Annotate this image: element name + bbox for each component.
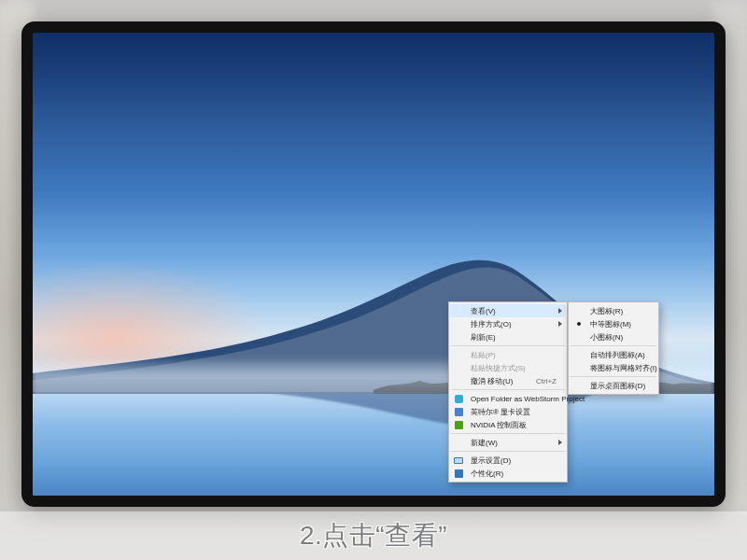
view-submenu-item-4[interactable]: 自动排列图标(A): [570, 348, 657, 361]
context-menu-item-label: 排序方式(O): [471, 319, 557, 329]
refresh-icon: [454, 407, 463, 416]
view-submenu-item-label: 中等图标(M): [590, 319, 648, 329]
monitor-frame: 查看(V)排序方式(O)刷新(E)粘贴(P)粘贴快捷方式(S)撤消 移动(U)C…: [21, 21, 726, 507]
submenu-arrow-icon: [558, 440, 562, 445]
view-submenu-separator: [571, 376, 656, 377]
context-menu-separator: [451, 451, 565, 452]
context-menu-item-label: 粘贴快捷方式(S): [471, 363, 557, 373]
view-submenu-item-label: 将图标与网格对齐(I): [590, 363, 657, 373]
context-menu-item-6[interactable]: 撤消 移动(U)Ctrl+Z: [450, 374, 566, 387]
menu-shortcut: Ctrl+Z: [536, 377, 557, 385]
desktop-wallpaper: [33, 33, 714, 496]
desktop-context-menu: 查看(V)排序方式(O)刷新(E)粘贴(P)粘贴快捷方式(S)撤消 移动(U)C…: [448, 301, 568, 483]
submenu-arrow-icon: [558, 321, 562, 327]
nvidia-icon: [454, 420, 463, 429]
context-menu-item-label: 个性化(R): [471, 469, 557, 479]
view-submenu-separator: [571, 345, 656, 346]
selected-bullet-icon: [577, 322, 581, 326]
desktop-screen[interactable]: 查看(V)排序方式(O)刷新(E)粘贴(P)粘贴快捷方式(S)撤消 移动(U)C…: [33, 33, 714, 496]
context-menu-separator: [451, 389, 565, 390]
view-submenu-item-5[interactable]: 将图标与网格对齐(I): [570, 361, 657, 374]
context-menu-item-label: 查看(V): [471, 306, 557, 316]
view-submenu-item-label: 自动排列图标(A): [590, 350, 648, 360]
view-submenu-item-label: 显示桌面图标(D): [590, 381, 648, 391]
instruction-caption: 2.点击“查看”: [0, 511, 747, 560]
context-menu-item-0[interactable]: 查看(V): [450, 304, 566, 317]
personal-icon: [454, 469, 463, 478]
context-menu-item-label: 新建(W): [471, 438, 557, 448]
context-menu-item-label: 刷新(E): [471, 332, 557, 343]
context-menu-item-label: Open Folder as WebStorm Project: [471, 395, 585, 403]
context-menu-separator: [451, 345, 565, 346]
context-menu-item-label: 显示设置(D): [471, 455, 557, 466]
context-menu-item-5: 粘贴快捷方式(S): [450, 361, 566, 374]
instruction-text: 2.点击“查看”: [300, 518, 447, 553]
view-submenu: 大图标(R)中等图标(M)小图标(N)自动排列图标(A)将图标与网格对齐(I)显…: [568, 301, 659, 395]
context-menu-item-4: 粘贴(P): [450, 348, 566, 361]
context-menu-item-9[interactable]: 英特尔® 显卡设置: [450, 405, 566, 418]
view-submenu-item-0[interactable]: 大图标(R): [570, 304, 657, 317]
context-menu-item-1[interactable]: 排序方式(O): [450, 317, 566, 330]
context-menu-item-label: 英特尔® 显卡设置: [471, 407, 557, 417]
context-menu-item-12[interactable]: 新建(W): [450, 436, 566, 449]
context-menu-item-label: 撤消 移动(U): [471, 376, 521, 386]
context-menu-item-8[interactable]: Open Folder as WebStorm Project: [450, 392, 566, 405]
view-submenu-item-label: 小图标(N): [590, 332, 648, 343]
view-submenu-item-2[interactable]: 小图标(N): [570, 330, 657, 343]
context-menu-item-2[interactable]: 刷新(E): [450, 330, 566, 343]
submenu-arrow-icon: [558, 308, 562, 314]
context-menu-item-10[interactable]: NVIDIA 控制面板: [450, 418, 566, 431]
context-menu-item-label: 粘贴(P): [471, 350, 557, 360]
view-submenu-item-7[interactable]: 显示桌面图标(D): [570, 379, 657, 392]
context-menu-item-14[interactable]: 显示设置(D): [450, 454, 566, 467]
context-menu-item-label: NVIDIA 控制面板: [471, 420, 557, 430]
view-submenu-item-1[interactable]: 中等图标(M): [570, 317, 657, 330]
ws-icon: [454, 394, 463, 403]
context-menu-item-15[interactable]: 个性化(R): [450, 467, 566, 480]
view-submenu-item-label: 大图标(R): [590, 306, 648, 316]
context-menu-separator: [451, 433, 565, 434]
display-icon: [454, 455, 463, 465]
